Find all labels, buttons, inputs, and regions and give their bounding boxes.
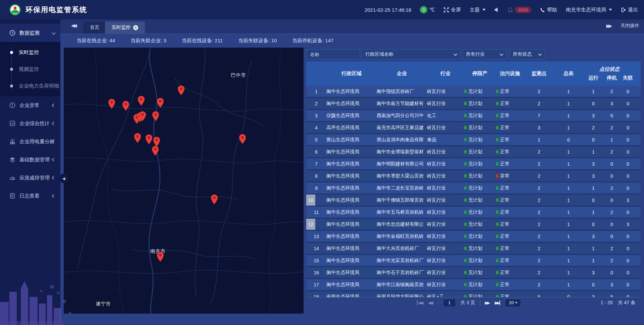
table-row[interactable]: 16阆中生态环境局阆中市石子页岩机砖厂砖瓦行业无计划正常21300 [306,267,641,279]
sidebar-item-power-analysis[interactable]: 企业用电量分析 [0,132,60,151]
status-dot-icon [464,186,467,190]
table-row[interactable]: 13阆中生态环境局阆中市金福旺页岩机砖砖瓦行业无计划正常21300 [306,231,641,243]
chevron-down-icon [482,9,486,11]
cell-total-meters: 1 [554,149,583,155]
table-row[interactable]: 2阆中生态环境局阆中市南方节能建材有砖瓦行业无计划正常21030 [306,98,641,110]
sidebar-item-video-monitor[interactable]: 视频监控 [0,61,60,77]
tab-home[interactable]: 首页 [83,21,106,34]
table-row[interactable]: 8阆中生态环境局阆中市枣碧大梁山页岩砖瓦行业无计划异常21300 [306,170,641,182]
close-operations-button[interactable]: 关闭操作 [621,23,639,29]
name-filter-input[interactable] [310,52,356,57]
speaker-icon[interactable] [494,7,499,12]
close-icon[interactable]: ✕ [133,25,138,30]
row-index-flagged: 10 [306,195,315,206]
region-filter-select[interactable]: 行政区域名称 [362,49,461,59]
table-row[interactable]: 11阆中生态环境局阆中市五马桥页岩机砖砖瓦行业无计划正常21120 [306,207,641,219]
page-number-input[interactable] [443,299,456,307]
prev-page-icon[interactable]: ◀◀ [428,301,433,305]
table-row[interactable]: 14阆中生态环境局阆中大兴页岩机砖厂砖瓦行业无计划正常21120 [306,243,641,255]
name-filter[interactable] [306,49,360,59]
table-row[interactable]: 12阆中生态环境局阆中市忠信建材有限公砖瓦行业无计划正常21003 [306,219,641,231]
row-index: 8 [306,170,326,182]
column-header: 企业 [377,61,427,86]
notification-badge: 2632 [515,7,531,13]
tab-realtime-monitor[interactable]: 实时监控 ✕ [105,21,145,34]
sidebar-item-log-view[interactable]: 日志查看 [0,187,60,205]
cell-facility-status: 正常 [496,197,524,203]
status-dot-icon [464,247,467,250]
tabs-scroll-left-icon[interactable]: ◀◀ [71,23,76,28]
fullscreen-button[interactable]: 全屏 [444,7,461,13]
cell-limit-status: 无计划 [464,149,496,155]
map-marker-pin-icon[interactable] [156,252,164,262]
table-row[interactable]: 4高坪生态环境局南充市高坪区王家店建砖瓦行业无计划正常31220 [306,122,641,134]
map-marker-pin-icon[interactable] [122,101,130,111]
bell-icon [508,7,513,12]
cell-stopped: 0 [603,161,620,167]
cell-limit-status: 无计划 [464,173,496,179]
table-row[interactable]: 17阆中生态环境局阆中市江南镇阆南页岩砖瓦行业无计划正常21030 [306,279,641,291]
table-row[interactable]: 1阆中生态环境局阆中强锐页岩砖厂砖瓦行业无计划正常21120 [306,86,641,98]
sidebar-item-power-load-detail[interactable]: 企业电力负荷明细 [0,77,60,94]
sidebar-item-emergency-reduction[interactable]: 应急减排管理 [0,169,60,187]
map-marker-pin-icon[interactable] [238,134,247,145]
map-marker-pin-icon[interactable] [151,146,159,156]
map-canvas[interactable]: 巴中市南充市遂宁市 [64,48,304,314]
cell-region: 阆中生态环境局 [326,258,377,264]
cell-facility-status: 正常 [496,137,524,143]
map-marker-pin-icon[interactable] [139,111,147,122]
notification-area[interactable]: 2632 [508,7,531,13]
status-dot-icon [464,259,467,262]
table-row[interactable]: 6阆中生态环境局阆中市金博瑞新型墙材砖瓦行业无计划正常21120 [306,146,641,158]
logout-button[interactable]: 退出 [621,7,638,13]
sidebar-item-data-monitor[interactable]: 数据监测 [0,24,60,42]
sidebar-item-base-data[interactable]: 基础数据管理 [0,151,60,169]
bar-chart-icon [9,139,15,145]
chevron-left-icon [52,121,55,125]
table-row[interactable]: 5营山生态环境局营山县润丰肉食品有限食品无计划正常10010 [306,134,641,146]
tabs-scroll-right-icon[interactable]: ▶▶ [606,23,612,29]
map-marker-pin-icon[interactable] [210,194,218,205]
table-row[interactable]: 15阆中生态环境局阆中市光富页岩机砖厂砖瓦行业无计划正常21120 [306,255,641,267]
org-dropdown[interactable]: 南充市生态环境局 [566,7,612,13]
cell-total-meters: 1 [554,161,583,167]
status-dot-icon [464,234,467,238]
map-marker-pin-icon[interactable] [137,96,145,106]
help-button[interactable]: 帮助 [540,7,557,13]
map-marker-pin-icon[interactable] [145,134,153,145]
table-row[interactable]: 18南部生态环境局南部县瑞华太阳有限公砖瓦+工无计划正常50350 [306,291,641,297]
column-subheader: 运行 [583,74,603,86]
map-marker-pin-icon[interactable] [177,85,185,96]
table-row[interactable]: 9阆中生态环境局阆中市二龙长宝页岩砖砖瓦行业无计划正常21120 [306,182,641,195]
cell-monitor-points: 7 [524,113,554,118]
cell-running: 3 [583,113,603,118]
cell-running: 2 [583,125,603,130]
map-marker-pin-icon[interactable] [156,98,164,108]
status-filter-select[interactable]: 所有状态 [509,49,545,59]
sidebar-item-enterprise-abnormal[interactable]: 企业异常 [0,96,60,114]
cell-monitor-points: 2 [524,270,554,275]
status-dot-icon [464,114,467,117]
status-dot-icon [496,174,499,178]
sidebar-item-enterprise-statistics[interactable]: 企业综合统计 [0,114,60,132]
cell-region: 阆中生态环境局 [326,270,377,276]
first-page-icon[interactable]: ◀◀ [417,301,423,305]
map-collapse-button[interactable]: ◀ [59,174,68,183]
industry-filter-select[interactable]: 所有行业 [462,49,506,59]
map-city-label: 巴中市 [231,72,246,78]
status-dot-icon [464,271,467,274]
map-marker-pin-icon[interactable] [152,111,160,122]
sidebar-item-realtime-monitor[interactable]: 实时监控 [0,44,60,61]
page-size-select[interactable]: 20 [505,299,521,307]
table-row[interactable]: 3仪陇生态环境局西南油气田分公司川中化工无计划正常71350 [306,110,641,122]
theme-dropdown[interactable]: 主题 [470,7,486,13]
last-page-icon[interactable]: ▶▶ [495,301,500,305]
table-row[interactable]: 10阆中生态环境局阆中千佛镇五郎垭页岩砖瓦行业无计划正常21003 [306,195,641,207]
map-marker-pin-icon[interactable] [108,99,116,109]
next-page-icon[interactable]: ▶▶ [485,301,490,305]
cell-company: 阆中市枣碧大梁山页岩 [377,173,427,179]
table-row[interactable]: 7阆中生态环境局阆中明阳建材有限公司砖瓦行业无计划正常21300 [306,158,641,170]
map-marker-pin-icon[interactable] [133,133,142,144]
cell-monitor-points: 2 [524,161,554,167]
cell-facility-status: 正常 [496,233,524,239]
